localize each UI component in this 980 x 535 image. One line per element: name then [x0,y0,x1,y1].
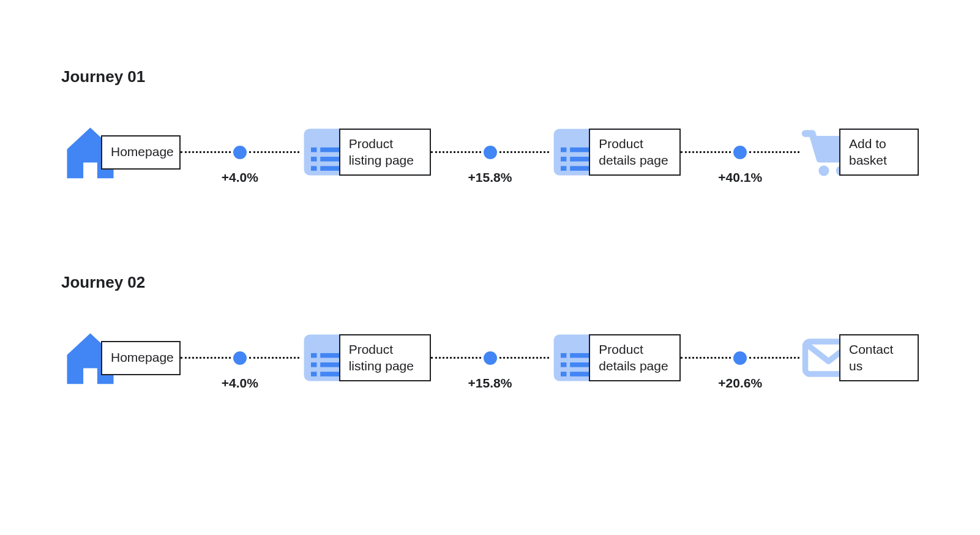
connector-dot-icon [484,351,497,365]
connector-dot-icon [233,351,247,365]
step-product-details: Product details page [549,123,681,181]
flow-connector: +15.8% [431,146,550,159]
svg-rect-22 [311,353,317,358]
dotted-line [681,151,731,153]
connector-value: +4.0% [222,376,258,391]
svg-rect-24 [311,362,317,367]
dotted-line [681,357,731,359]
connector-value: +40.1% [718,170,762,185]
svg-rect-26 [311,372,317,376]
dotted-line [749,151,799,153]
step-label: Add to basket [839,129,919,176]
flow-connector: +20.6% [681,351,799,365]
flow-connector: +15.8% [431,351,550,365]
dotted-line [181,357,231,359]
svg-rect-15 [561,166,567,171]
dotted-line [181,151,231,153]
flow-connector: +4.0% [181,351,299,365]
journey-flow: Homepage +4.0% [61,329,919,387]
connector-dot-icon [733,146,747,159]
connector-dot-icon [733,351,747,365]
step-label: Product details page [589,129,681,176]
step-product-listing: Product listing page [299,123,431,181]
connector-value: +15.8% [468,376,512,391]
dotted-line [499,151,550,153]
connector-value: +15.8% [468,170,512,185]
step-homepage: Homepage [61,329,181,387]
svg-rect-31 [561,362,567,367]
step-label: Contact us [839,334,919,381]
svg-rect-11 [561,148,567,152]
step-product-listing: Product listing page [299,329,431,387]
journey-title: Journey 01 [61,67,919,86]
journey-flow: Homepage +4.0% [61,123,919,181]
connector-dot-icon [233,146,247,159]
step-contact-us: Contact us [799,329,919,387]
journey-title: Journey 02 [61,273,919,292]
journey-01: Journey 01 Homepage +4.0% [61,67,919,181]
dotted-line [249,151,299,153]
connector-dot-icon [484,146,497,159]
dotted-line [749,357,799,359]
svg-rect-29 [561,353,567,358]
flow-connector: +40.1% [681,146,799,159]
svg-rect-8 [311,166,317,171]
svg-rect-4 [311,148,317,152]
step-label: Product details page [589,334,681,381]
step-label: Homepage [101,341,181,375]
step-label: Homepage [101,135,181,170]
svg-point-18 [818,165,829,176]
svg-rect-33 [561,372,567,376]
svg-rect-6 [311,157,317,162]
step-add-to-basket: Add to basket [799,123,919,181]
dotted-line [431,357,481,359]
diagram-canvas: Journey 01 Homepage +4.0% [0,0,980,535]
dotted-line [249,357,299,359]
svg-rect-13 [561,157,567,162]
step-product-details: Product details page [549,329,681,387]
journey-02: Journey 02 Homepage +4.0% [61,273,919,387]
dotted-line [431,151,481,153]
step-label: Product listing page [339,334,431,381]
step-label: Product listing page [339,129,431,176]
dotted-line [499,357,550,359]
connector-value: +20.6% [718,376,762,391]
step-homepage: Homepage [61,123,181,181]
flow-connector: +4.0% [181,146,299,159]
connector-value: +4.0% [222,170,258,185]
